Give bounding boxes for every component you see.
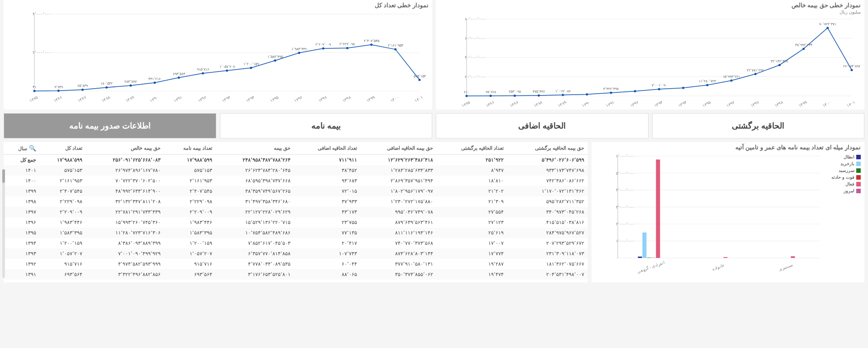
svg-rect-132: [638, 257, 642, 258]
table-row[interactable]: ۸۲٬۸۵۱٬۰۵۶٬۱۸۲۱۲٬۳۴۱۱۹۴٬۴۱۸٬۰۷۹٬۱۶۷۳۷٬۳۲…: [4, 280, 588, 282]
cell: ۴۳۱٬۲۱۶: [40, 280, 86, 282]
svg-text:۱۳۹۳: ۱۳۹۳: [221, 95, 231, 103]
svg-point-14: [490, 95, 492, 97]
cell: ۱۹٬۲۸۷: [437, 259, 507, 269]
cell: ۳۱٬۴۹۷٬۳۵۸٬۳۴۶٬۶۸۰: [216, 196, 294, 207]
cell: ۹۳۳٬۱۷۳٬۷۴۷٬۶۹۸: [507, 165, 588, 176]
table-row[interactable]: ۲۰۷٬۲۹۳٬۵۲۹٬۶۷۲۱۷٬۰۰۷۷۴۰٬۷۷۰٬۳۷۳٬۵۶۸۲۰٬۴…: [4, 238, 588, 248]
legend-item[interactable]: ابطال: [825, 154, 861, 159]
column-header[interactable]: حق بیمه الحاقیه اضافی: [361, 142, 437, 155]
line-chart-svg[interactable]: ۰۲٬۰۰۰٬۰۰۰۴٬۰۰۰٬۰۰۰۴۱۱۳۸۵۹٬۹۳۹۱۳۸۶۶۵٬۸۳۹…: [7, 10, 429, 105]
svg-text:۱۳۹۴: ۱۳۹۴: [245, 95, 255, 103]
svg-text:۴٬۰۰۰٬۰۰۰: ۴٬۰۰۰٬۰۰۰: [33, 12, 51, 16]
table-row[interactable]: ۱۸۱٬۳۶۲٬۰۷۵٬۶۶۷۱۹٬۲۸۷۳۷۷٬۹۱۰٬۵۸۰٬۱۳۱۶۰٬۰…: [4, 259, 588, 269]
svg-text:۶۰٬۰۰۰٬۰۰۰: ۶۰٬۰۰۰٬۰۰۰: [465, 36, 486, 41]
cell: ۲۷٬۱۲۳: [437, 217, 507, 228]
svg-point-11: [466, 95, 468, 97]
svg-text:۴۰٬۰۰۰٬۰۰۰: ۴۰٬۰۰۰٬۰۰۰: [465, 55, 486, 60]
svg-point-96: [274, 59, 276, 62]
cell: ۶۹۳٬۵۶۴: [40, 269, 86, 280]
cell: ۱۳۹۰: [4, 280, 40, 282]
cell: ۱٬۱۷۰٬۰۷۲٬۱۳۱٬۴۶۲: [507, 186, 588, 196]
svg-text:۱۴۰۰: ۱۴۰۰: [390, 95, 400, 103]
column-header[interactable]: حق بیمه: [216, 142, 294, 155]
cell: ۲٬۲۲۹٬۰۹۸: [164, 196, 216, 207]
svg-text:۱۳۹۸: ۱۳۹۸: [774, 100, 784, 108]
svg-text:۲۸۴٬۷۷۷: ۲۸۴٬۷۷۷: [124, 80, 137, 84]
legend-item[interactable]: فوت و حادثه: [825, 175, 861, 180]
cell: ۲۰٬۴۱۷: [294, 238, 361, 248]
cell: ۱۳۹۶: [4, 217, 40, 228]
svg-point-53: [826, 27, 829, 29]
table-row[interactable]: ۵۹۵٬۲۸۲٬۷۱۱٬۳۵۲۲۱٬۳۰۹۱٬۲۳۰٬۲۷۲٬۱۷۵٬۸۸۰۳۷…: [4, 196, 588, 207]
cell: ۱۷٬۹۸۸٬۵۹۹: [40, 155, 86, 166]
table-row[interactable]: ۱٬۱۷۰٬۰۷۲٬۱۳۱٬۴۶۲۲۱٬۲۰۲۱٬۸۰۲٬۹۵۶٬۱۷۹٬۰۹۷…: [4, 186, 588, 196]
column-header[interactable]: تعداد الحاقیه برگشتی: [437, 142, 507, 155]
legend-item[interactable]: بازخرید: [825, 161, 861, 166]
svg-point-56: [851, 69, 853, 71]
line-chart-panel-count: نمودار خطی تعداد کل ۰۲٬۰۰۰٬۰۰۰۴٬۰۰۰٬۰۰۰۴…: [4, 0, 432, 110]
svg-text:۱۳۸۹: ۱۳۸۹: [125, 95, 135, 103]
svg-point-31: [634, 90, 636, 92]
table-row[interactable]: ۲۸۴٬۹۷۵٬۹۶۷٬۵۲۷۲۵٬۶۱۹۸۱۱٬۱۱۶٬۱۹۴٬۱۴۶۷۷٬۱…: [4, 228, 588, 238]
legend-item[interactable]: فعال: [825, 181, 861, 186]
svg-text:۱۳۹۵: ۱۳۹۵: [701, 100, 711, 108]
table-scroll[interactable]: حق بیمه الحاقیه برگشتیتعداد الحاقیه برگش…: [4, 142, 588, 282]
tab[interactable]: اطلاعات صدور بیمه نامه: [4, 113, 216, 138]
cell: ۱٬۸۰۲٬۹۵۶٬۱۷۹٬۰۹۷: [361, 186, 437, 196]
table-row[interactable]: ۲۳۱٬۳۰۹٬۱۱۸٬۰۷۳۱۷٬۷۷۴۸۷۴٬۶۲۸٬۸۰۳٬۱۴۴۱۰۷٬…: [4, 248, 588, 259]
svg-rect-136: [656, 160, 660, 258]
table-row[interactable]: ۳۴۰٬۹۷۳٬۰۴۵٬۲۶۸۲۷٬۵۵۴۹۹۵٬۰۳۶٬۷۴۹٬۰۷۸۴۳٬۱…: [4, 207, 588, 217]
svg-text:۲٬۰۰۰٬۰۰۰: ۲٬۰۰۰٬۰۰۰: [33, 50, 51, 55]
cell: ۱٬۵۷۴٬۰۰۳٬۰۲۰٬۵۲۲: [216, 280, 294, 282]
cell: ۷۴۰٬۷۷۰٬۳۷۳٬۵۶۸: [361, 238, 437, 248]
legend-item[interactable]: امروز: [825, 188, 861, 193]
scrollbar[interactable]: [2, 169, 5, 278]
bar-chart-svg[interactable]: ۰۱٬۰۰۰٬۰۰۰۲٬۰۰۰٬۰۰۰۳٬۰۰۰٬۰۰۰۴٬۰۰۰٬۰۰۰۵٬۰…: [595, 152, 825, 274]
svg-point-111: [394, 48, 396, 51]
svg-text:۱۳۹۶: ۱۳۹۶: [293, 95, 303, 103]
cell: ۱۳۹۷: [4, 207, 40, 217]
svg-text:۳٬۳۲۲٬۴۹۷: ۳٬۳۲۲٬۴۹۷: [603, 87, 619, 91]
cell: ۳۷٬۳۲۴: [294, 280, 361, 282]
svg-text:۱٬۹۸۳٬۴۴۶: ۱٬۹۸۳٬۴۴۶: [291, 47, 307, 51]
svg-text:۱۳۹۲: ۱۳۹۲: [197, 95, 207, 103]
table-row[interactable]: ۲۰۴٬۵۳۱٬۴۹۸٬۰۰۷۱۹٬۴۷۴۳۵۰٬۳۷۴٬۸۵۵٬۰۶۲۸۸٬۰…: [4, 269, 588, 280]
cell: ۲٬۲۰۹٬۰۰۹: [40, 207, 86, 217]
cell: ۲۵٬۶۱۹: [437, 228, 507, 238]
cell: ۷۲٬۰۱۵: [294, 186, 361, 196]
cell: ۱٬۰۵۷٬۲۰۷: [164, 248, 216, 259]
legend-item[interactable]: سررسید: [825, 168, 861, 173]
tab[interactable]: الحاقیه برگشتی: [652, 113, 865, 138]
search-icon[interactable]: 🔍: [29, 145, 36, 152]
column-header[interactable]: تعداد بیمه نامه: [164, 142, 216, 155]
column-header[interactable]: حق بیمه خالص: [86, 142, 164, 155]
column-header[interactable]: 🔍سال: [4, 142, 40, 155]
svg-point-102: [322, 48, 324, 50]
column-header[interactable]: تعداد کل: [40, 142, 86, 155]
cell: ۳۴۰٬۹۷۳٬۰۴۵٬۲۶۸: [507, 207, 588, 217]
cell: ۸٬۹۴۷: [437, 165, 507, 176]
cell: ۱٬۵۸۳٬۳۹۵: [40, 228, 86, 238]
cell: ۳۲٬۱۳۲٬۳۴۷٬۸۱۱٬۲۰۸: [86, 196, 164, 207]
svg-point-28: [610, 91, 612, 94]
cell: ۲۰۷٬۲۹۳٬۵۲۹٬۶۷۲: [507, 238, 588, 248]
column-header[interactable]: حق بیمه الحاقیه برگشتی: [507, 142, 588, 155]
cell: ۱٬۵۸۳٬۳۹۵: [164, 228, 216, 238]
tabs-row: الحاقیه برگشتیالحاقیه اضافیبیمه نامهاطلا…: [0, 110, 868, 142]
svg-text:۱۳۹۲: ۱۳۹۲: [630, 100, 639, 108]
cell: ۱۱٬۲۸۰٬۷۲۳٬۷۱۶٬۳۰۶: [86, 228, 164, 238]
tab[interactable]: الحاقیه اضافی: [436, 113, 649, 138]
svg-rect-134: [647, 257, 651, 258]
cell: ۴۳۱٬۲۱۶: [164, 280, 216, 282]
line-chart-svg[interactable]: ۰۲۰٬۰۰۰٬۰۰۰۴۰٬۰۰۰٬۰۰۰۶۰٬۰۰۰٬۰۰۰۸۰٬۰۰۰٬۰۰…: [439, 14, 861, 110]
table-row[interactable]: ۵٬۴۹۶٬۰۲۶٬۶۰۶٬۵۹۹۲۵۱٬۹۲۲۱۲٬۶۲۹٬۲۶۴٬۴۸۶٬۴…: [4, 155, 588, 166]
cell: ۹۱۵٬۷۱۶: [164, 259, 216, 269]
table-row[interactable]: ۴۱۵٬۵۱۵٬۰۳۸٬۸۱۶۲۷٬۱۲۳۸۷۹٬۶۳۹٬۵۶۳٬۴۶۱۲۳٬۷…: [4, 217, 588, 228]
table-row[interactable]: ۷۴۲٬۳۸۶٬۰۸۶٬۶۶۲۱۸٬۸۱۰۲٬۸۶۹٬۳۵۷٬۹۵۱٬۴۹۴۹۴…: [4, 176, 588, 186]
cell: ۵٬۴۹۶٬۰۲۶٬۶۰۶٬۵۹۹: [507, 155, 588, 166]
table-row[interactable]: ۹۳۳٬۱۷۳٬۷۴۷٬۶۹۸۸٬۹۴۷۱٬۲۸۴٬۲۸۵٬۶۳۴٬۸۳۳۳۸٬…: [4, 165, 588, 176]
tab[interactable]: بیمه نامه: [220, 113, 433, 138]
svg-text:۹۱۵٬۷۱۶: ۹۱۵٬۷۱۶: [197, 67, 209, 72]
column-header[interactable]: تعداد الحاقیه اضافی: [294, 142, 361, 155]
